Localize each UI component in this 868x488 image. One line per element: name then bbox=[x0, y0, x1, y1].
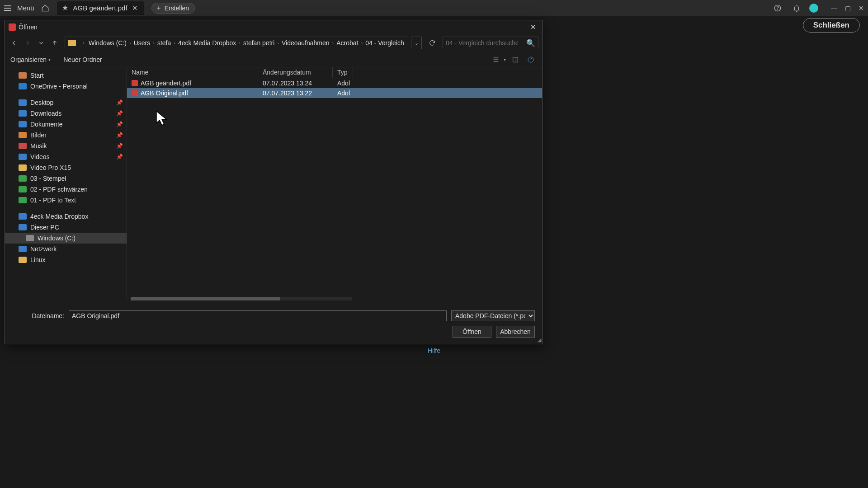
sidebar-item-icon bbox=[19, 72, 27, 79]
column-header-type[interactable]: Typ bbox=[333, 67, 353, 78]
nav-back-icon[interactable] bbox=[9, 38, 19, 48]
pin-icon[interactable]: 📌 bbox=[116, 121, 123, 127]
preview-pane-icon[interactable] bbox=[509, 54, 521, 66]
dialog-close-icon[interactable]: ✕ bbox=[528, 22, 538, 33]
sidebar: StartOneDrive - PersonalDesktop📌Download… bbox=[5, 67, 127, 302]
pin-icon[interactable]: 📌 bbox=[116, 154, 123, 160]
sidebar-item[interactable]: Videos📌 bbox=[5, 151, 127, 162]
open-button[interactable]: Öffnen bbox=[453, 326, 491, 338]
breadcrumb-segment[interactable]: 04 - Vergleich bbox=[365, 39, 404, 47]
plus-icon: ＋ bbox=[156, 4, 162, 12]
breadcrumb-segment[interactable]: Acrobat bbox=[336, 39, 358, 47]
nav-up-icon[interactable] bbox=[49, 38, 60, 48]
sidebar-item[interactable]: Netzwerk bbox=[5, 244, 127, 254]
address-dropdown-icon[interactable]: › bbox=[79, 40, 89, 46]
sidebar-item[interactable]: 02 - PDF schwärzen bbox=[5, 184, 127, 195]
dialog-help-icon[interactable] bbox=[525, 54, 537, 66]
close-panel-button[interactable]: Schließen bbox=[803, 18, 860, 33]
horizontal-scrollbar[interactable] bbox=[131, 297, 352, 300]
close-window-icon[interactable]: ✕ bbox=[857, 4, 865, 12]
column-header-name[interactable]: Name bbox=[127, 67, 258, 78]
sidebar-item[interactable]: 01 - PDF to Text bbox=[5, 195, 127, 206]
sidebar-item[interactable]: Dokumente📌 bbox=[5, 119, 127, 130]
address-bar[interactable]: › Windows (C:)›Users›stefa›4eck Media Dr… bbox=[65, 37, 408, 49]
search-box[interactable]: 🔍 bbox=[443, 37, 538, 49]
maximize-icon[interactable]: ▢ bbox=[844, 4, 852, 12]
menu-label[interactable]: Menü bbox=[15, 4, 36, 12]
sidebar-item[interactable]: Linux bbox=[5, 254, 127, 265]
pin-icon[interactable]: 📌 bbox=[116, 99, 123, 106]
filetype-select[interactable]: Adobe PDF-Dateien (*.pdf) bbox=[451, 310, 535, 321]
breadcrumb-separator-icon[interactable]: › bbox=[330, 40, 337, 46]
file-date: 07.07.2023 13:24 bbox=[258, 80, 333, 87]
sidebar-item[interactable]: Bilder📌 bbox=[5, 130, 127, 141]
breadcrumb-segment[interactable]: Users bbox=[134, 39, 151, 47]
breadcrumb-separator-icon[interactable]: › bbox=[171, 40, 178, 46]
view-mode-dropdown-icon[interactable]: ▾ bbox=[504, 57, 506, 62]
file-date: 07.07.2023 13:22 bbox=[258, 89, 333, 97]
sidebar-item[interactable]: Dieser PC bbox=[5, 222, 127, 233]
breadcrumb-segment[interactable]: Windows (C:) bbox=[89, 39, 127, 47]
folder-icon bbox=[68, 40, 76, 46]
cursor-icon bbox=[156, 110, 169, 128]
bell-icon[interactable] bbox=[790, 2, 803, 14]
new-folder-button[interactable]: Neuer Ordner bbox=[63, 56, 102, 63]
refresh-icon[interactable] bbox=[426, 37, 438, 49]
sidebar-item-label: Desktop bbox=[30, 99, 53, 106]
nav-forward-icon[interactable] bbox=[22, 38, 33, 48]
sidebar-item[interactable]: Video Pro X15 bbox=[5, 162, 127, 173]
table-row[interactable]: AGB geändert.pdf07.07.2023 13:24Adol bbox=[127, 78, 542, 88]
sidebar-item-icon bbox=[19, 110, 27, 117]
document-tab[interactable]: AGB geändert.pdf ✕ bbox=[57, 1, 144, 15]
open-file-dialog: Öffnen ✕ › Windows (C:)›Users›stefa›4eck… bbox=[5, 20, 542, 344]
sidebar-item-icon bbox=[19, 246, 27, 252]
sidebar-item[interactable]: Desktop📌 bbox=[5, 97, 127, 108]
help-link[interactable]: Hilfe bbox=[428, 347, 440, 354]
filename-input[interactable] bbox=[69, 310, 447, 321]
sidebar-item-label: Linux bbox=[30, 256, 45, 263]
sidebar-item[interactable]: Start bbox=[5, 70, 127, 81]
nav-recent-icon[interactable] bbox=[36, 38, 47, 48]
cancel-button[interactable]: Abbrechen bbox=[496, 326, 535, 338]
create-label: Erstellen bbox=[165, 5, 189, 12]
file-name: AGB geändert.pdf bbox=[141, 80, 191, 87]
sidebar-item-label: Downloads bbox=[30, 110, 61, 117]
help-icon[interactable] bbox=[771, 2, 784, 14]
sidebar-item-label: Videos bbox=[30, 153, 50, 160]
search-icon[interactable]: 🔍 bbox=[526, 39, 535, 47]
pin-icon[interactable]: 📌 bbox=[116, 143, 123, 149]
pin-icon[interactable]: 📌 bbox=[116, 110, 123, 117]
table-row[interactable]: AGB Original.pdf07.07.2023 13:22Adol bbox=[127, 88, 542, 98]
sidebar-item[interactable]: 03 - Stempel bbox=[5, 173, 127, 184]
address-history-icon[interactable]: ⌄ bbox=[411, 37, 422, 49]
resize-grip[interactable]: ◢ bbox=[538, 337, 541, 343]
breadcrumb-separator-icon[interactable]: › bbox=[150, 40, 157, 46]
organize-dropdown-icon[interactable]: ▾ bbox=[48, 57, 51, 62]
sidebar-item[interactable]: 4eck Media Dropbox bbox=[5, 211, 127, 222]
breadcrumb-segment[interactable]: stefan petri bbox=[243, 39, 274, 47]
organize-button[interactable]: Organisieren bbox=[10, 56, 47, 63]
column-header-date[interactable]: Änderungsdatum bbox=[258, 67, 333, 78]
tab-close-icon[interactable]: ✕ bbox=[132, 4, 138, 12]
tab-title: AGB geändert.pdf bbox=[73, 4, 127, 12]
breadcrumb-separator-icon[interactable]: › bbox=[127, 40, 134, 46]
view-mode-icon[interactable] bbox=[490, 54, 502, 66]
search-input[interactable] bbox=[446, 39, 518, 47]
sidebar-item[interactable]: Downloads📌 bbox=[5, 108, 127, 119]
sidebar-item[interactable]: Windows (C:) bbox=[5, 233, 127, 244]
breadcrumb-separator-icon[interactable]: › bbox=[274, 40, 282, 46]
avatar[interactable] bbox=[809, 4, 818, 13]
breadcrumb-segment[interactable]: 4eck Media Dropbox bbox=[178, 39, 236, 47]
minimize-icon[interactable]: — bbox=[830, 4, 838, 12]
sidebar-item[interactable]: OneDrive - Personal bbox=[5, 81, 127, 92]
create-button[interactable]: ＋ Erstellen bbox=[151, 3, 195, 14]
sidebar-item[interactable]: Musik📌 bbox=[5, 141, 127, 151]
hamburger-icon[interactable] bbox=[3, 3, 13, 13]
breadcrumb-separator-icon[interactable]: › bbox=[359, 40, 366, 46]
pin-icon[interactable]: 📌 bbox=[116, 132, 123, 138]
breadcrumb-separator-icon[interactable]: › bbox=[236, 40, 243, 46]
breadcrumb-segment[interactable]: Videoaufnahmen bbox=[282, 39, 330, 47]
home-icon[interactable] bbox=[39, 2, 52, 14]
sidebar-item-icon bbox=[19, 186, 27, 192]
breadcrumb-segment[interactable]: stefa bbox=[157, 39, 171, 47]
